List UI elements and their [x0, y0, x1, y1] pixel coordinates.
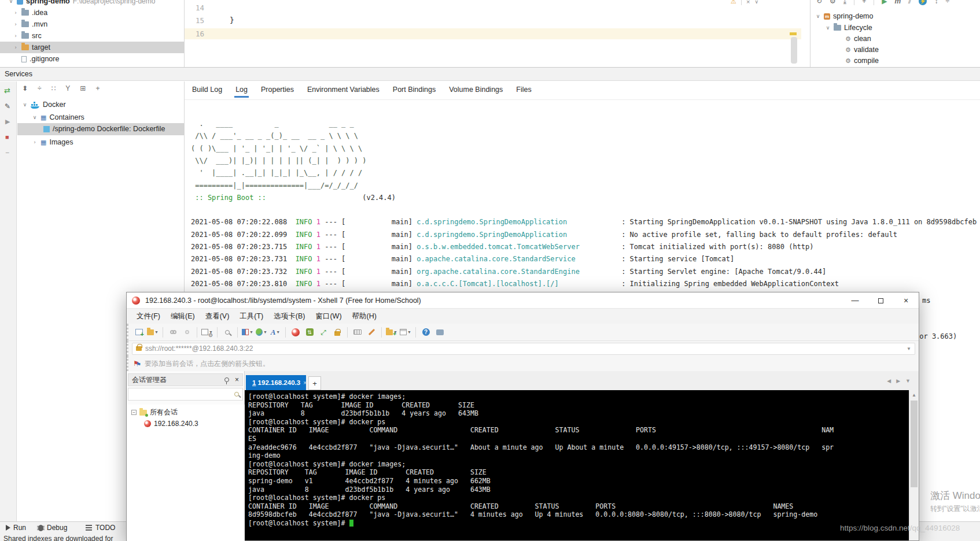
group-by-icon[interactable]: ∷	[51, 84, 56, 92]
session-properties-icon[interactable]: ⚙▼	[201, 327, 213, 338]
refresh-icon[interactable]: ↻	[816, 0, 822, 5]
new-session-icon[interactable]: +	[133, 327, 145, 338]
maximize-button[interactable]	[868, 295, 893, 306]
collapse-box-icon[interactable]: −	[131, 410, 137, 415]
highlight-pen-icon[interactable]	[366, 327, 377, 338]
filter-icon[interactable]: Y	[65, 84, 70, 92]
deploy-icon[interactable]: ⇄	[4, 86, 10, 95]
scrollbar-thumb[interactable]	[911, 401, 918, 487]
xftp-app-icon[interactable]: ⇅	[304, 327, 315, 338]
menu-item[interactable]: 查看(V)	[200, 310, 235, 323]
editor-scrollbar[interactable]	[791, 37, 797, 64]
close-button[interactable]: ×	[893, 296, 919, 305]
settings-icon[interactable]: ⚙	[830, 0, 836, 5]
menu-item[interactable]: 帮助(H)	[347, 310, 382, 323]
project-tree-item[interactable]: ›src	[0, 30, 184, 42]
new-window-icon[interactable]: ⊞	[80, 84, 86, 92]
menu-item[interactable]: 选项卡(B)	[268, 310, 310, 323]
open-folder-icon[interactable]: ▼	[147, 327, 159, 338]
chevron-down-icon[interactable]: ▼	[907, 346, 911, 351]
project-root-row[interactable]: ∨ spring-demo F:\ideaproject\spring-demo	[8, 0, 155, 7]
menu-item[interactable]: 编辑(E)	[165, 310, 200, 323]
compose-pane-icon[interactable]: ▼	[242, 327, 253, 338]
collapse-all-icon[interactable]: ÷	[38, 84, 42, 92]
help-icon[interactable]: ?	[420, 327, 432, 338]
menu-item[interactable]: 窗口(W)	[310, 310, 347, 323]
services-toolbar[interactable]: ⬍ ÷ ∷ Y ⊞ +	[22, 84, 100, 92]
encoding-globe-icon[interactable]: ▼	[256, 327, 267, 338]
pin-icon[interactable]	[224, 377, 229, 382]
expand-icon[interactable]: ↕	[934, 0, 938, 5]
run-icon[interactable]: ▶	[882, 0, 887, 5]
add-service-icon[interactable]: +	[95, 84, 100, 92]
address-text[interactable]: ssh://root:******@192.168.240.3:22	[145, 344, 903, 353]
services-tab-log[interactable]: Log	[234, 83, 249, 98]
services-tab-volume-bindings[interactable]: Volume Bindings	[448, 83, 504, 98]
tab-next-icon[interactable]: ▶	[896, 378, 900, 384]
chevron-down-icon[interactable]: ∨	[754, 0, 758, 5]
tab-menu-icon[interactable]: ▼	[905, 378, 911, 384]
services-tab-files[interactable]: Files	[515, 83, 532, 98]
session-manager-header[interactable]: 会话管理器 ×	[128, 373, 243, 386]
services-tab-properties[interactable]: Properties	[260, 83, 295, 98]
tab-scroll-controls[interactable]: ◀ ▶ ▼	[887, 378, 911, 384]
new-file-transfer-icon[interactable]: +▼	[386, 327, 397, 338]
maven-m-icon[interactable]: m	[894, 0, 901, 5]
debug-toolwindow-button[interactable]: Debug	[38, 524, 67, 532]
xshell-titlebar[interactable]: 192.168.240.3 - root@localhost:/lib/syst…	[127, 292, 919, 309]
maven-toolbar[interactable]: ↻ ⚙ ⤓ + ▶ m ⫽ ⚡ ↕ ÷	[816, 0, 949, 5]
maven-goal-row[interactable]: ⚙clean	[845, 33, 871, 45]
menu-item[interactable]: 文件(F)	[131, 310, 165, 323]
maven-goal-row[interactable]: ⚙compile	[845, 55, 879, 66]
xshell-window[interactable]: 192.168.240.3 - root@localhost:/lib/syst…	[126, 292, 919, 541]
error-stripe[interactable]	[790, 32, 797, 35]
skip-tests-icon[interactable]: ⫽	[908, 0, 911, 5]
session-tree-root[interactable]: − 所有会话	[127, 405, 245, 417]
project-tree-item[interactable]: .gitignore	[0, 53, 184, 65]
address-field[interactable]: ssh://root:******@192.168.240.3:22 ▼	[132, 343, 915, 355]
terminal-scrollbar[interactable]: ▲	[909, 390, 919, 540]
collapse-icon[interactable]: ÷	[945, 0, 949, 5]
close-icon[interactable]: ×	[235, 376, 239, 384]
terminal-screen[interactable]: [root@localhost system]# docker images;R…	[245, 390, 909, 540]
terminal-tab-active[interactable]: 1 192.168.240.3 ×	[246, 375, 306, 390]
close-icon[interactable]: ×	[746, 0, 750, 5]
add-icon[interactable]: +	[862, 0, 866, 5]
font-icon[interactable]: A▼	[270, 327, 281, 338]
download-icon[interactable]: ⤓	[843, 0, 846, 5]
project-tree-item[interactable]: ›.idea	[0, 7, 184, 18]
reconnect-icon[interactable]	[181, 327, 193, 338]
maven-root-row[interactable]: ∨ m spring-demo	[815, 10, 873, 22]
keyboard-icon[interactable]	[352, 327, 363, 338]
maven-goal-row[interactable]: ⚙validate	[845, 44, 879, 55]
services-tab-environment-variables[interactable]: Environment Variables	[306, 83, 381, 98]
maven-lifecycle-row[interactable]: ∨ Lifecycle	[825, 22, 872, 34]
xshell-app-icon[interactable]	[290, 327, 301, 338]
flag-icon[interactable]: ⚑ ⚑	[133, 360, 141, 368]
project-tree-item[interactable]: ›target	[0, 42, 184, 53]
lock-icon[interactable]	[331, 327, 343, 338]
tab-close-icon[interactable]: ×	[303, 380, 307, 386]
inspection-widget[interactable]: ⚠ × ∨	[731, 0, 758, 5]
session-search-field[interactable]	[128, 388, 243, 401]
disconnect-icon[interactable]	[167, 327, 179, 338]
services-tab-build-log[interactable]: Build Log	[191, 83, 223, 98]
scroll-up-icon[interactable]: ▲	[909, 390, 919, 399]
fullscreen-icon[interactable]: ⤢	[318, 327, 329, 338]
layout-icon[interactable]: ▼	[400, 327, 411, 338]
menu-item[interactable]: 工具(T)	[234, 310, 268, 323]
new-tab-button[interactable]: +	[308, 376, 321, 390]
todo-toolwindow-button[interactable]: TODO	[86, 524, 115, 532]
services-tab-port-bindings[interactable]: Port Bindings	[392, 83, 437, 98]
search-icon[interactable]	[222, 327, 233, 338]
services-header[interactable]: Services	[0, 67, 980, 81]
profiles-icon[interactable]: ⚡	[919, 0, 927, 5]
run-toolwindow-button[interactable]: Run	[6, 524, 26, 532]
editor[interactable]: 14 15 16 } ⚠ × ∨	[185, 0, 801, 67]
session-tree-item[interactable]: 192.168.240.3	[127, 417, 245, 428]
expand-all-icon[interactable]: ⬍	[22, 84, 28, 92]
minimize-button[interactable]: —	[842, 296, 868, 305]
project-tree-item[interactable]: ›.mvn	[0, 18, 184, 30]
tab-prev-icon[interactable]: ◀	[887, 378, 891, 384]
feedback-icon[interactable]	[434, 327, 445, 338]
